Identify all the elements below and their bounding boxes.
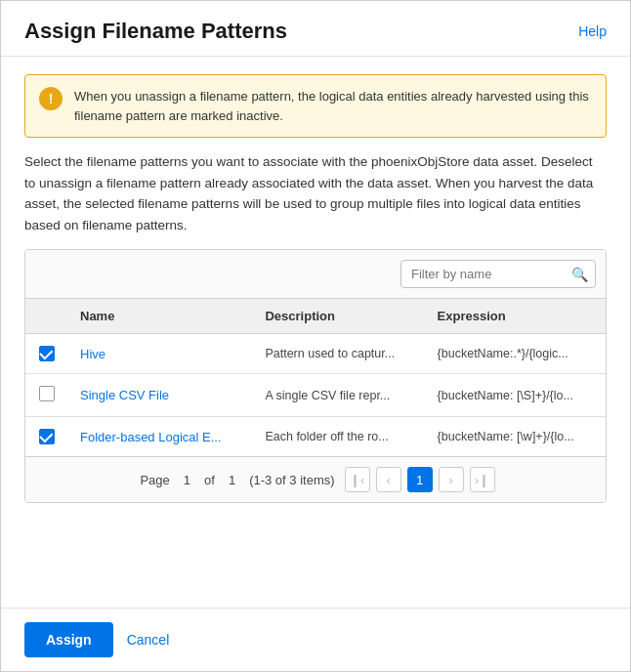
warning-text: When you unassign a filename pattern, th…: [74, 87, 592, 125]
cancel-button[interactable]: Cancel: [127, 632, 170, 648]
dialog: Assign Filename Patterns Help ! When you…: [0, 0, 631, 672]
page-first-btn[interactable]: ❙‹: [345, 467, 370, 492]
dialog-body: ! When you unassign a filename pattern, …: [1, 57, 630, 608]
page-prev-btn[interactable]: ‹: [376, 467, 401, 492]
table-container: 🔍 Name Description Expression HivePatter…: [24, 249, 607, 503]
checkbox-cell: [25, 334, 68, 374]
page-label: Page: [140, 473, 169, 487]
dialog-footer: Assign Cancel: [1, 608, 630, 671]
pagination-row: Page 1 of 1 (1-3 of 3 items) ❙‹ ‹ 1 › ›❙: [25, 456, 606, 502]
page-1-btn[interactable]: 1: [407, 467, 433, 492]
dialog-header: Assign Filename Patterns Help: [1, 1, 630, 57]
description-cell: Pattern used to captur...: [253, 334, 425, 374]
checkbox-cell: [25, 374, 68, 417]
page-next-btn[interactable]: ›: [439, 467, 464, 492]
col-header-checkbox: [25, 299, 68, 334]
total-pages-display: 1: [229, 473, 235, 487]
row-checkbox[interactable]: [39, 386, 55, 401]
expression-cell: {bucketName: [\w]+}/{lo...: [426, 417, 606, 457]
page-last-btn[interactable]: ›❙: [470, 467, 495, 492]
dialog-title: Assign Filename Patterns: [24, 19, 287, 44]
current-page-display: 1: [184, 473, 190, 487]
name-link[interactable]: Hive: [80, 347, 105, 361]
col-header-description: Description: [253, 299, 425, 334]
filename-patterns-table: Name Description Expression HivePattern …: [25, 299, 606, 456]
table-header-row: Name Description Expression: [25, 299, 606, 334]
warning-banner: ! When you unassign a filename pattern, …: [24, 74, 607, 138]
expression-cell: {bucketName: [\S]+}/{lo...: [426, 374, 606, 417]
row-checkbox[interactable]: [39, 346, 55, 361]
filter-row: 🔍: [25, 250, 606, 299]
description-text: Select the filename patterns you want to…: [24, 151, 607, 235]
items-label: (1-3 of 3 items): [249, 473, 334, 487]
name-link[interactable]: Folder-based Logical E...: [80, 430, 222, 444]
row-checkbox[interactable]: [39, 429, 55, 444]
filter-input[interactable]: [400, 260, 596, 288]
filter-input-wrapper: 🔍: [400, 260, 596, 288]
name-cell: Folder-based Logical E...: [68, 417, 253, 457]
col-header-expression: Expression: [426, 299, 606, 334]
table-body: HivePattern used to captur...{bucketName…: [25, 334, 606, 457]
help-link[interactable]: Help: [578, 23, 607, 39]
of-label: of: [204, 473, 215, 487]
search-icon: 🔍: [571, 267, 588, 282]
name-link[interactable]: Single CSV File: [80, 388, 169, 402]
name-cell: Hive: [68, 334, 253, 374]
table-row: Single CSV FileA single CSV file repr...…: [25, 374, 606, 417]
expression-cell: {bucketName:.*}/{logic...: [426, 334, 606, 374]
table-row: Folder-based Logical E...Each folder off…: [25, 417, 606, 457]
col-header-name: Name: [68, 299, 253, 334]
assign-button[interactable]: Assign: [24, 622, 113, 657]
table-row: HivePattern used to captur...{bucketName…: [25, 334, 606, 374]
name-cell: Single CSV File: [68, 374, 253, 417]
warning-icon: !: [39, 87, 63, 110]
checkbox-cell: [25, 417, 68, 457]
description-cell: Each folder off the ro...: [253, 417, 425, 457]
description-cell: A single CSV file repr...: [253, 374, 425, 417]
